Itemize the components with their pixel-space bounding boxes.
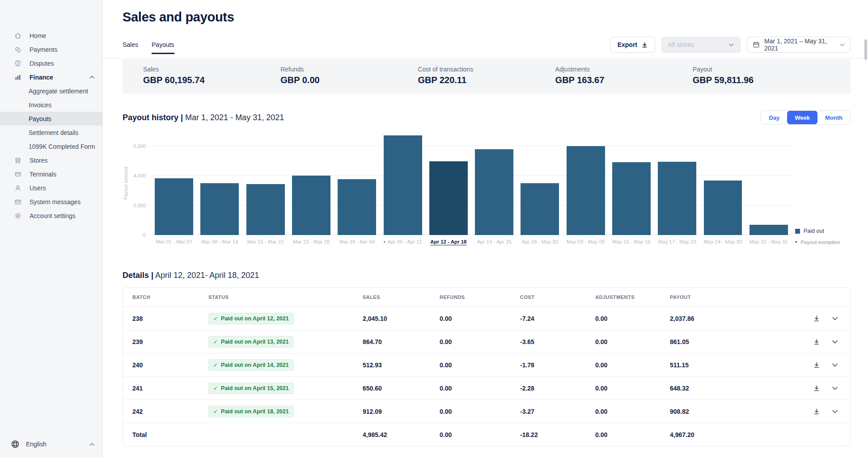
bar-column: Mar 15 - Mar 21 [243, 131, 288, 246]
bar-mar-29-apr-04[interactable] [338, 179, 376, 235]
download-report-button[interactable] [813, 408, 820, 415]
sidebar-item-label: Home [30, 32, 46, 39]
batch-cell: 240 [132, 361, 208, 369]
sidebar-item-terminals[interactable]: Terminals [0, 167, 102, 181]
tab-payouts[interactable]: Payouts [152, 41, 174, 54]
date-range-picker[interactable]: Mar 1, 2021 – May 31, 2021 [747, 37, 851, 53]
tab-sales[interactable]: Sales [123, 41, 138, 54]
sidebar-item-aggregate-settlement[interactable]: Aggregate settlement [0, 84, 102, 98]
x-axis-label[interactable]: May 17 - May 23 [658, 239, 696, 244]
shield-icon [14, 59, 22, 67]
table-total-row: Total 4,985.42 0.00 -18.22 0.00 4,967.20 [123, 423, 850, 446]
bar-may-03-may-09[interactable] [567, 146, 605, 235]
expand-row-button[interactable] [832, 385, 838, 392]
bar-may-10-may-16[interactable] [612, 162, 651, 235]
bar-column: Apr 26 - May 02 [517, 131, 563, 246]
bar-apr-19-apr-25[interactable] [475, 149, 513, 235]
scrollbar-thumb[interactable] [864, 39, 867, 60]
stores-filter-select[interactable]: All stores [661, 37, 741, 53]
day-button[interactable]: Day [761, 111, 787, 124]
x-axis-label[interactable]: Mar 01 - Mar 07 [156, 239, 192, 244]
x-axis-label[interactable]: May 24 - May 30 [704, 239, 742, 244]
language-label: English [26, 441, 47, 448]
expand-row-button[interactable] [832, 315, 838, 322]
storefront-icon [14, 156, 22, 164]
details-title-range: April 12, 2021- April 18, 2021 [155, 271, 259, 280]
sidebar-item-stores[interactable]: Stores [0, 153, 102, 167]
x-axis-label[interactable]: Apr 26 - May 02 [521, 239, 558, 244]
bar-apr-12-apr-18[interactable] [429, 161, 468, 235]
chart-legend: Paid out • Payout exception [792, 131, 851, 246]
sidebar-item-label: Stores [30, 157, 47, 164]
x-axis-label[interactable]: May 31 - May 31 [749, 239, 788, 244]
download-report-button[interactable] [813, 315, 820, 322]
sidebar-item-1099k-completed-form[interactable]: 1099K Completed Form [0, 139, 102, 153]
column-header-payout: PAYOUT [670, 294, 805, 300]
sidebar-item-payments[interactable]: Payments [0, 42, 102, 56]
stat-refunds: Refunds GBP 0.00 [280, 66, 418, 94]
x-axis-label[interactable]: May 10 - May 16 [612, 239, 651, 244]
sales-cell: 512.93 [363, 361, 440, 369]
x-axis-label[interactable]: Mar 15 - Mar 21 [247, 239, 284, 244]
adjustments-cell: 0.00 [595, 338, 670, 345]
calendar-icon [753, 41, 760, 48]
export-button[interactable]: Export [610, 37, 655, 53]
column-header-adjustments: ADJUSTMENTS [595, 294, 670, 300]
refunds-cell: 0.00 [440, 315, 520, 322]
download-report-button[interactable] [813, 338, 820, 345]
sidebar-item-users[interactable]: Users [0, 181, 102, 195]
bar-mar-08-mar-14[interactable] [200, 183, 239, 235]
expand-row-button[interactable] [832, 338, 838, 345]
sidebar-item-settlement-details[interactable]: Settlement details [0, 126, 102, 139]
bar-may-24-may-30[interactable] [704, 181, 742, 235]
download-report-button[interactable] [813, 385, 820, 392]
bar-apr-26-may-02[interactable] [521, 183, 559, 235]
table-row: 240 ✓Paid out on April 14, 2021 512.93 0… [123, 353, 850, 376]
bar-mar-15-mar-21[interactable] [246, 184, 285, 235]
sidebar-item-home[interactable]: Home [0, 29, 102, 42]
download-report-button[interactable] [813, 361, 820, 369]
bar-column: May 03 - May 09 [563, 131, 609, 246]
payout-exception-dot: • [384, 239, 385, 244]
bar-may-31-may-31[interactable] [749, 225, 788, 235]
bar-mar-22-mar-28[interactable] [292, 176, 330, 235]
y-tick-label: 6,000 [133, 143, 146, 149]
stat-value: GBP 59,811.96 [693, 75, 830, 85]
status-text: Paid out on April 14, 2021 [221, 362, 289, 368]
sidebar-item-system-messages[interactable]: System messages [0, 195, 102, 209]
bar-may-17-may-23[interactable] [658, 162, 696, 235]
bar-mar-01-mar-07[interactable] [155, 178, 193, 235]
status-badge: ✓Paid out on April 15, 2021 [208, 382, 294, 394]
cost-cell: -7.24 [520, 315, 595, 322]
total-refunds: 0.00 [440, 431, 520, 438]
expand-row-button[interactable] [832, 361, 838, 369]
x-axis-label[interactable]: Mar 29 - Apr 04 [339, 239, 375, 244]
column-header-cost: COST [520, 294, 595, 300]
y-tick-label: 2,000 [133, 203, 146, 208]
status-text: Paid out on April 18, 2021 [221, 408, 289, 415]
sidebar-item-account-settings[interactable]: Account settings [0, 209, 102, 223]
payout-cell: 648.32 [670, 385, 805, 392]
sidebar-item-payouts[interactable]: Payouts [0, 112, 102, 126]
sidebar-item-disputes[interactable]: Disputes [0, 56, 102, 70]
x-axis-label[interactable]: Apr 19 - Apr 25 [477, 239, 511, 244]
column-header-batch: BATCH [132, 294, 208, 300]
x-axis-label[interactable]: Apr 12 - Apr 18 [430, 239, 466, 244]
bar-apr-05-apr-11[interactable] [384, 135, 422, 235]
month-button[interactable]: Month [817, 111, 850, 124]
bar-column: May 24 - May 30 [700, 131, 745, 246]
sidebar-item-invoices[interactable]: Invoices [0, 98, 102, 112]
sidebar-item-label: Payments [30, 46, 57, 53]
x-axis-label[interactable]: Mar 08 - Mar 14 [202, 239, 238, 244]
batch-cell: 241 [132, 385, 208, 392]
language-selector[interactable]: English [0, 437, 102, 452]
sidebar-item-finance[interactable]: Finance [0, 70, 102, 84]
payments-icon [14, 46, 22, 54]
week-button[interactable]: Week [787, 111, 817, 124]
stat-value: GBP 163.67 [555, 75, 693, 85]
check-icon: ✓ [213, 339, 218, 345]
expand-row-button[interactable] [832, 408, 838, 415]
x-axis-label[interactable]: May 03 - May 09 [567, 239, 605, 244]
x-axis-label[interactable]: •Apr 05 - Apr 11 [384, 239, 422, 244]
x-axis-label[interactable]: Mar 22 - Mar 28 [293, 239, 330, 244]
